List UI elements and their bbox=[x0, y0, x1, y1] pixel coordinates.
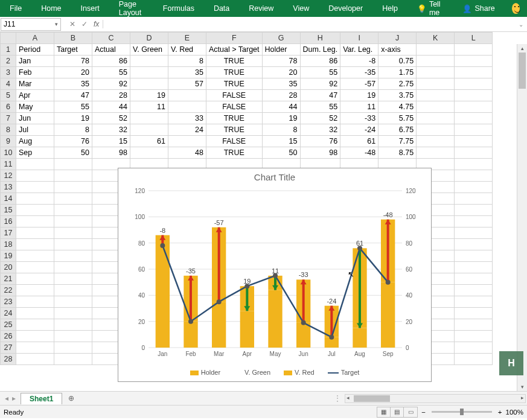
row-header[interactable]: 3 bbox=[1, 67, 16, 78]
row-header[interactable]: 7 bbox=[1, 113, 16, 124]
cell[interactable] bbox=[455, 56, 493, 67]
tab-formulas[interactable]: Formulas bbox=[153, 0, 204, 17]
tab-page-layout[interactable]: Page Layout bbox=[109, 0, 153, 17]
cell[interactable]: 92 bbox=[300, 78, 340, 90]
horizontal-scrollbar[interactable]: ◂ ▸ bbox=[345, 394, 526, 403]
cell[interactable]: Actual > Target bbox=[206, 44, 263, 56]
cell[interactable]: 98 bbox=[300, 147, 340, 159]
sheet-tab[interactable]: Sheet1 bbox=[21, 393, 62, 404]
cell[interactable]: 19 bbox=[340, 90, 378, 101]
name-box[interactable]: J11 ▾ bbox=[1, 18, 61, 31]
cell[interactable]: 33 bbox=[168, 113, 206, 124]
cell[interactable]: 8 bbox=[168, 56, 206, 67]
fx-icon[interactable]: fx bbox=[94, 20, 103, 28]
cell[interactable] bbox=[168, 101, 206, 113]
cell[interactable] bbox=[455, 273, 493, 285]
add-sheet-button[interactable]: ⊕ bbox=[62, 394, 80, 402]
row-header[interactable]: 1 bbox=[1, 44, 16, 56]
cell[interactable] bbox=[130, 78, 168, 90]
col-header[interactable]: A bbox=[16, 33, 54, 44]
row-header[interactable]: 11 bbox=[1, 159, 16, 170]
cell[interactable]: Aug bbox=[16, 136, 54, 147]
cell[interactable]: -48 bbox=[340, 147, 378, 159]
cell[interactable]: FALSE bbox=[206, 101, 263, 113]
view-normal-icon[interactable]: ▦ bbox=[377, 407, 391, 417]
cell[interactable]: 61 bbox=[340, 136, 378, 147]
cell[interactable] bbox=[455, 90, 493, 101]
cell[interactable] bbox=[54, 342, 92, 354]
row-header[interactable]: 15 bbox=[1, 205, 16, 216]
cell[interactable] bbox=[168, 136, 206, 147]
cell[interactable]: 44 bbox=[92, 101, 130, 113]
cell[interactable] bbox=[455, 239, 493, 250]
row-header[interactable]: 14 bbox=[1, 193, 16, 205]
split-handle-icon[interactable]: ⋮ bbox=[330, 394, 345, 402]
cell[interactable]: 28 bbox=[92, 90, 130, 101]
cell[interactable]: Jan bbox=[16, 56, 54, 67]
cell[interactable]: May bbox=[16, 101, 54, 113]
cell[interactable] bbox=[417, 101, 455, 113]
cell[interactable]: TRUE bbox=[206, 147, 263, 159]
cell[interactable] bbox=[16, 296, 54, 308]
cell[interactable] bbox=[54, 354, 92, 365]
cell[interactable] bbox=[16, 354, 54, 365]
row-header[interactable]: 27 bbox=[1, 342, 16, 354]
row-header[interactable]: 9 bbox=[1, 136, 16, 147]
cell[interactable]: 15 bbox=[262, 136, 300, 147]
cell[interactable] bbox=[455, 193, 493, 205]
row-header[interactable]: 18 bbox=[1, 239, 16, 250]
cell[interactable]: 3.75 bbox=[378, 90, 417, 101]
scrollbar-thumb[interactable] bbox=[354, 395, 390, 402]
cell[interactable] bbox=[54, 285, 92, 296]
cell[interactable] bbox=[16, 319, 54, 331]
row-header[interactable]: 22 bbox=[1, 285, 16, 296]
cell[interactable] bbox=[16, 159, 54, 170]
tab-review[interactable]: Review bbox=[239, 0, 283, 17]
cell[interactable]: 35 bbox=[54, 78, 92, 90]
cell[interactable]: TRUE bbox=[206, 124, 263, 136]
scroll-left-icon[interactable]: ◂ bbox=[347, 395, 350, 401]
cell[interactable] bbox=[455, 216, 493, 228]
cell[interactable] bbox=[455, 124, 493, 136]
row-header[interactable]: 8 bbox=[1, 124, 16, 136]
feedback-smiley-icon[interactable] bbox=[512, 3, 520, 14]
cell[interactable] bbox=[16, 170, 54, 182]
cell[interactable]: 55 bbox=[92, 67, 130, 78]
cell[interactable] bbox=[455, 342, 493, 354]
col-header[interactable]: G bbox=[262, 33, 300, 44]
cell[interactable]: 4.75 bbox=[378, 101, 417, 113]
cell[interactable] bbox=[16, 331, 54, 342]
cell[interactable] bbox=[130, 124, 168, 136]
cell[interactable] bbox=[455, 250, 493, 262]
cell[interactable]: 50 bbox=[262, 147, 300, 159]
cell[interactable] bbox=[16, 250, 54, 262]
cell[interactable] bbox=[455, 147, 493, 159]
row-header[interactable]: 19 bbox=[1, 250, 16, 262]
zoom-out-button[interactable]: − bbox=[421, 409, 426, 416]
cell[interactable]: 78 bbox=[54, 56, 92, 67]
cell[interactable]: 24 bbox=[168, 124, 206, 136]
cell[interactable]: 2.75 bbox=[378, 78, 417, 90]
cell[interactable] bbox=[54, 228, 92, 239]
tab-home[interactable]: Home bbox=[31, 0, 71, 17]
cell[interactable]: 15 bbox=[92, 136, 130, 147]
cell[interactable]: -57 bbox=[340, 78, 378, 90]
cell[interactable] bbox=[130, 67, 168, 78]
row-header[interactable]: 6 bbox=[1, 101, 16, 113]
cell[interactable]: Dum. Leg. bbox=[300, 44, 340, 56]
tab-data[interactable]: Data bbox=[204, 0, 239, 17]
cell[interactable] bbox=[455, 67, 493, 78]
cell[interactable]: 78 bbox=[262, 56, 300, 67]
col-header[interactable]: H bbox=[300, 33, 340, 44]
cell[interactable] bbox=[130, 147, 168, 159]
cell[interactable] bbox=[16, 205, 54, 216]
cell[interactable]: 98 bbox=[92, 147, 130, 159]
cell[interactable]: Jul bbox=[16, 124, 54, 136]
cell[interactable]: Jun bbox=[16, 113, 54, 124]
row-header[interactable]: 28 bbox=[1, 354, 16, 365]
cell[interactable] bbox=[455, 354, 493, 365]
cell[interactable]: Var. Leg. bbox=[340, 44, 378, 56]
cell[interactable] bbox=[455, 170, 493, 182]
cell[interactable]: Period bbox=[16, 44, 54, 56]
cell[interactable]: 61 bbox=[130, 136, 168, 147]
